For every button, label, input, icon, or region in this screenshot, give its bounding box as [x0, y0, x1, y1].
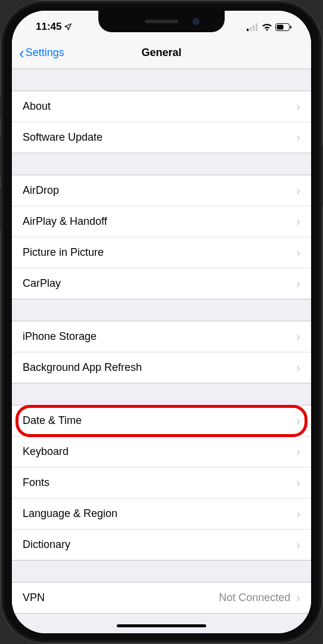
- chevron-right-icon: ›: [296, 591, 300, 605]
- battery-icon: [275, 23, 292, 31]
- row-accessory: ›: [296, 215, 300, 228]
- settings-group: About›Software Update›: [12, 91, 311, 153]
- row-accessory: ›: [296, 507, 300, 521]
- row-label: Software Update: [23, 131, 103, 144]
- chevron-right-icon: ›: [296, 246, 300, 259]
- chevron-right-icon: ›: [296, 361, 300, 374]
- row-keyboard[interactable]: Keyboard›: [12, 436, 311, 467]
- volume-up-button: [0, 136, 1, 178]
- chevron-right-icon: ›: [296, 538, 300, 552]
- chevron-left-icon: ‹: [19, 45, 24, 61]
- row-airdrop[interactable]: AirDrop›: [12, 175, 311, 206]
- screen: 11:45: [12, 11, 311, 633]
- chevron-right-icon: ›: [296, 131, 300, 144]
- row-label: AirDrop: [23, 184, 59, 197]
- row-label: CarPlay: [23, 277, 61, 290]
- svg-rect-1: [250, 27, 251, 31]
- row-accessory: ›: [296, 330, 300, 343]
- row-accessory: ›: [296, 131, 300, 144]
- svg-rect-6: [290, 26, 291, 29]
- row-about[interactable]: About›: [12, 91, 311, 122]
- row-label: Language & Region: [23, 507, 117, 520]
- row-label: Fonts: [23, 476, 49, 489]
- notch: [98, 11, 225, 32]
- chevron-right-icon: ›: [296, 507, 300, 521]
- svg-rect-2: [253, 25, 254, 31]
- wifi-icon: [262, 23, 272, 31]
- row-detail: Not Connected: [219, 592, 290, 604]
- location-icon: [64, 23, 72, 31]
- content[interactable]: About›Software Update›AirDrop›AirPlay & …: [12, 69, 311, 633]
- chevron-right-icon: ›: [296, 100, 300, 113]
- row-label: VPN: [23, 592, 45, 604]
- svg-rect-3: [256, 23, 257, 31]
- row-accessory: ›: [296, 277, 300, 290]
- cellular-signal-icon: [247, 23, 259, 31]
- status-time: 11:45: [36, 21, 61, 33]
- row-accessory: ›: [296, 100, 300, 113]
- chevron-right-icon: ›: [296, 277, 300, 290]
- row-background-app-refresh[interactable]: Background App Refresh›: [12, 352, 311, 383]
- row-fonts[interactable]: Fonts›: [12, 467, 311, 499]
- row-dictionary[interactable]: Dictionary›: [12, 530, 311, 560]
- row-accessory: ›: [296, 246, 300, 259]
- svg-rect-0: [247, 29, 249, 31]
- row-label: About: [23, 100, 51, 113]
- row-label: AirPlay & Handoff: [23, 215, 107, 228]
- chevron-right-icon: ›: [296, 476, 300, 490]
- row-label: Picture in Picture: [23, 246, 104, 259]
- volume-down-button: [0, 188, 1, 230]
- row-accessory: ›: [296, 361, 300, 374]
- back-button[interactable]: ‹ Settings: [19, 45, 64, 61]
- front-camera: [192, 18, 200, 25]
- row-software-update[interactable]: Software Update›: [12, 122, 311, 153]
- row-label: Dictionary: [23, 538, 70, 551]
- row-accessory: ›: [296, 476, 300, 490]
- chevron-right-icon: ›: [296, 215, 300, 228]
- chevron-right-icon: ›: [296, 414, 300, 428]
- row-airplay-handoff[interactable]: AirPlay & Handoff›: [12, 206, 311, 237]
- chevron-right-icon: ›: [296, 330, 300, 343]
- row-label: Date & Time: [23, 414, 82, 427]
- speaker-grille: [145, 20, 178, 23]
- chevron-right-icon: ›: [296, 445, 300, 459]
- row-label: iPhone Storage: [23, 330, 97, 343]
- row-carplay[interactable]: CarPlay›: [12, 268, 311, 299]
- row-label: Background App Refresh: [23, 361, 142, 374]
- row-iphone-storage[interactable]: iPhone Storage›: [12, 321, 311, 352]
- nav-bar: ‹ Settings General: [12, 37, 311, 69]
- row-accessory: ›: [296, 445, 300, 459]
- back-label: Settings: [26, 47, 64, 59]
- page-title: General: [141, 47, 181, 59]
- row-accessory: ›: [296, 538, 300, 552]
- row-picture-in-picture[interactable]: Picture in Picture›: [12, 237, 311, 268]
- settings-group: Date & Time›Keyboard›Fonts›Language & Re…: [12, 405, 311, 561]
- settings-group: iPhone Storage›Background App Refresh›: [12, 321, 311, 383]
- row-accessory: Not Connected›: [219, 591, 300, 605]
- device-frame: 11:45: [0, 0, 323, 644]
- row-accessory: ›: [296, 184, 300, 197]
- svg-rect-5: [277, 24, 284, 29]
- row-vpn[interactable]: VPNNot Connected›: [12, 583, 311, 613]
- settings-group: AirDrop›AirPlay & Handoff›Picture in Pic…: [12, 175, 311, 299]
- row-language-region[interactable]: Language & Region›: [12, 499, 311, 530]
- home-indicator[interactable]: [117, 624, 206, 627]
- settings-group: VPNNot Connected›: [12, 582, 311, 614]
- row-label: Keyboard: [23, 445, 69, 458]
- mute-switch: [0, 97, 1, 118]
- row-date-time[interactable]: Date & Time›: [12, 405, 311, 436]
- row-accessory: ›: [296, 414, 300, 428]
- chevron-right-icon: ›: [296, 184, 300, 197]
